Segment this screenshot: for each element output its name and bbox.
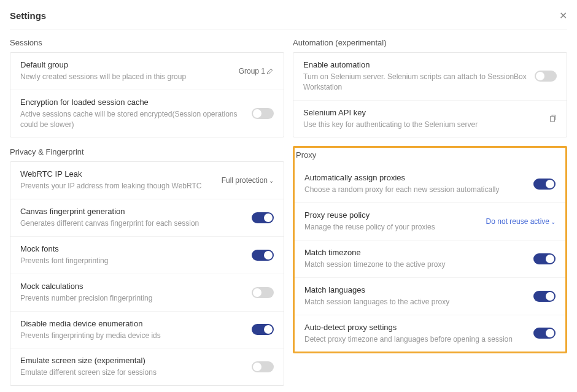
apikey-row: Selenium API key Use this key for authen… <box>293 101 567 137</box>
screen-row: Emulate screen size (experimental) Emula… <box>10 348 284 385</box>
auto-assign-title: Automatically assign proxies <box>304 173 526 182</box>
automation-card: Enable automation Turn on Selenium serve… <box>293 52 567 137</box>
copy-apikey-button[interactable] <box>548 114 557 123</box>
auto-assign-desc: Choose a random proxy for each new sessi… <box>304 185 526 195</box>
detect-toggle[interactable] <box>533 328 556 339</box>
chevron-down-icon: ⌄ <box>551 218 556 225</box>
row-ctrl <box>533 179 556 190</box>
row-text: WebRTC IP Leak Prevents your IP address … <box>20 169 214 191</box>
webrtc-dropdown[interactable]: Full protection ⌄ <box>222 176 274 185</box>
calc-title: Mock calculations <box>20 282 244 291</box>
screen-desc: Emulate different screen size for sessio… <box>20 367 244 378</box>
row-text: Mock fonts Prevents font fingerprinting <box>20 244 244 266</box>
reuse-value: Do not reuse active <box>486 217 549 226</box>
row-ctrl <box>252 361 274 372</box>
detect-desc: Detect proxy timezone and languages befo… <box>304 334 526 345</box>
calc-toggle[interactable] <box>252 287 274 298</box>
apikey-title: Selenium API key <box>303 108 541 117</box>
fonts-desc: Prevents font fingerprinting <box>20 256 244 266</box>
media-toggle[interactable] <box>252 324 274 335</box>
auto-assign-toggle[interactable] <box>533 179 556 190</box>
sessions-section-title: Sessions <box>10 37 284 48</box>
proxy-highlight: Proxy Automatically assign proxies Choos… <box>293 146 567 353</box>
default-group-desc: Newly created sessions will be placed in… <box>20 72 231 82</box>
row-ctrl <box>533 253 556 264</box>
row-ctrl <box>533 328 556 339</box>
default-group-value[interactable]: Group 1 <box>239 67 274 75</box>
left-column: Sessions Default group Newly created ses… <box>10 37 284 392</box>
reuse-desc: Manage the reuse policy of your proxies <box>304 222 479 233</box>
reuse-dropdown[interactable]: Do not reuse active ⌄ <box>486 217 556 226</box>
webrtc-row: WebRTC IP Leak Prevents your IP address … <box>10 162 284 199</box>
default-group-title: Default group <box>20 60 231 69</box>
row-text: Encryption for loaded session cache Acti… <box>20 98 244 130</box>
edit-icon <box>266 67 274 75</box>
detect-title: Auto-detect proxy settings <box>304 323 526 332</box>
proxy-section-title: Proxy <box>295 148 565 162</box>
tz-toggle[interactable] <box>533 253 556 264</box>
apikey-desc: Use this key for authenticating to the S… <box>303 120 541 130</box>
encryption-toggle[interactable] <box>252 108 274 119</box>
row-text: Canvas fingerprint generation Generates … <box>20 207 244 229</box>
enable-automation-toggle[interactable] <box>535 71 557 82</box>
proxy-card: Automatically assign proxies Choose a ra… <box>295 166 565 352</box>
row-text: Auto-detect proxy settings Detect proxy … <box>304 323 526 345</box>
row-text: Mock calculations Prevents number precis… <box>20 282 244 304</box>
row-text: Proxy reuse policy Manage the reuse poli… <box>304 210 479 233</box>
close-icon[interactable]: ✕ <box>559 10 567 21</box>
tz-title: Match timezone <box>304 248 526 257</box>
auto-assign-row: Automatically assign proxies Choose a ra… <box>295 166 565 203</box>
reuse-title: Proxy reuse policy <box>304 210 479 220</box>
enable-automation-row: Enable automation Turn on Selenium serve… <box>293 53 567 101</box>
tz-row: Match timezone Match session timezone to… <box>295 240 565 278</box>
privacy-card: WebRTC IP Leak Prevents your IP address … <box>10 161 284 386</box>
row-ctrl <box>252 324 274 335</box>
row-text: Match timezone Match session timezone to… <box>304 248 526 270</box>
automation-section-title: Automation (experimental) <box>293 37 567 48</box>
lang-desc: Match session languages to the active pr… <box>304 297 526 307</box>
row-text: Selenium API key Use this key for authen… <box>303 108 541 130</box>
encryption-desc: Active sessions cache will be stored enc… <box>20 109 244 130</box>
canvas-title: Canvas fingerprint generation <box>20 207 244 216</box>
page-title: Settings <box>10 10 46 21</box>
lang-row: Match languages Match session languages … <box>295 278 565 315</box>
row-ctrl <box>533 291 556 302</box>
row-text: Disable media device enumeration Prevent… <box>20 319 244 341</box>
screen-toggle[interactable] <box>252 361 274 372</box>
row-text: Enable automation Turn on Selenium serve… <box>303 60 527 93</box>
row-text: Automatically assign proxies Choose a ra… <box>304 173 526 195</box>
enable-automation-desc: Turn on Selenium server. Selenium script… <box>303 72 527 93</box>
row-ctrl <box>535 71 557 82</box>
privacy-section-title: Privacy & Fingerprint <box>10 146 284 158</box>
encryption-row: Encryption for loaded session cache Acti… <box>10 90 284 137</box>
canvas-row: Canvas fingerprint generation Generates … <box>10 199 284 237</box>
canvas-desc: Generates different canvas fingerprint f… <box>20 218 244 229</box>
settings-dialog: Settings ✕ Sessions Default group Newly … <box>0 0 577 392</box>
media-title: Disable media device enumeration <box>20 319 244 328</box>
lang-title: Match languages <box>304 285 526 294</box>
dialog-header: Settings ✕ <box>10 10 567 29</box>
fonts-title: Mock fonts <box>20 244 244 253</box>
calc-desc: Prevents number precision fingerprinting <box>20 293 244 304</box>
fonts-row: Mock fonts Prevents font fingerprinting <box>10 237 284 274</box>
row-ctrl <box>252 287 274 298</box>
svg-rect-0 <box>551 117 555 122</box>
lang-toggle[interactable] <box>533 291 556 302</box>
row-text: Emulate screen size (experimental) Emula… <box>20 356 244 378</box>
chevron-down-icon: ⌄ <box>269 177 274 184</box>
row-text: Match languages Match session languages … <box>304 285 526 307</box>
fonts-toggle[interactable] <box>252 250 274 261</box>
encryption-title: Encryption for loaded session cache <box>20 98 244 107</box>
webrtc-desc: Prevents your IP address from leaking th… <box>20 181 214 191</box>
sessions-card: Default group Newly created sessions wil… <box>10 52 284 137</box>
row-ctrl <box>252 250 274 261</box>
row-text: Default group Newly created sessions wil… <box>20 60 231 82</box>
row-ctrl <box>252 212 274 223</box>
reuse-row: Proxy reuse policy Manage the reuse poli… <box>295 203 565 240</box>
webrtc-title: WebRTC IP Leak <box>20 169 214 179</box>
detect-row: Auto-detect proxy settings Detect proxy … <box>295 315 565 352</box>
canvas-toggle[interactable] <box>252 212 274 223</box>
right-column: Automation (experimental) Enable automat… <box>293 37 567 392</box>
default-group-row: Default group Newly created sessions wil… <box>10 53 284 90</box>
media-desc: Prevents fingerprinting by media device … <box>20 331 244 341</box>
